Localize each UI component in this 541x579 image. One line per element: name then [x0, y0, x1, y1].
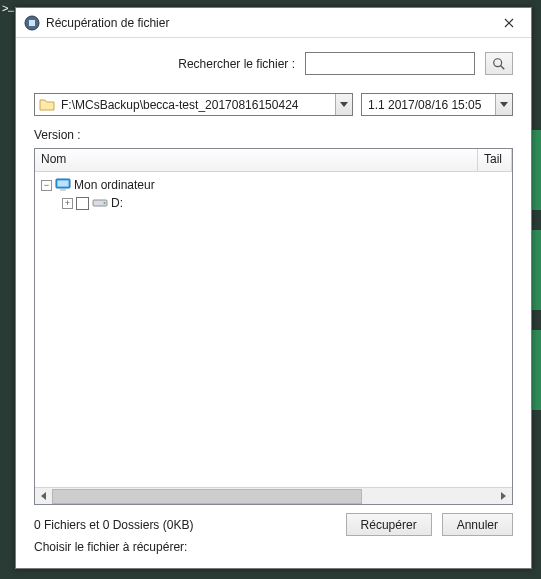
column-name[interactable]: Nom	[35, 149, 478, 171]
search-label: Rechercher le fichier :	[178, 57, 295, 71]
hint-text: Choisir le fichier à récupérer:	[34, 540, 513, 554]
chevron-down-icon	[340, 102, 348, 107]
recover-button[interactable]: Récupérer	[346, 513, 432, 536]
titlebar[interactable]: Récupération de fichier	[16, 8, 531, 38]
column-size[interactable]: Tail	[478, 149, 512, 171]
bg-panel	[531, 130, 541, 210]
computer-icon	[55, 177, 71, 193]
search-icon	[492, 57, 506, 71]
backup-path-text: F:\MCsBackup\becca-test_20170816150424	[59, 98, 335, 112]
chevron-left-icon	[41, 492, 46, 500]
scroll-right-button[interactable]	[495, 488, 512, 504]
tree-toggle[interactable]: −	[41, 180, 52, 191]
svg-rect-3	[58, 181, 69, 187]
file-list: Nom Tail − Mon ordinateur	[34, 148, 513, 505]
chevron-right-icon	[501, 492, 506, 500]
scroll-thumb[interactable]	[52, 489, 362, 504]
cancel-button[interactable]: Annuler	[442, 513, 513, 536]
app-icon	[24, 15, 40, 31]
bg-panel	[531, 230, 541, 310]
version-combo[interactable]: 1.1 2017/08/16 15:05	[361, 93, 513, 116]
drive-icon	[92, 195, 108, 211]
scroll-left-button[interactable]	[35, 488, 52, 504]
tree-toggle[interactable]: +	[62, 198, 73, 209]
svg-point-1	[494, 58, 502, 66]
backup-path-combo[interactable]: F:\MCsBackup\becca-test_20170816150424	[34, 93, 353, 116]
chevron-down-icon	[500, 102, 508, 107]
tree-label: Mon ordinateur	[74, 178, 155, 192]
list-header: Nom Tail	[35, 149, 512, 172]
bg-text: >...	[2, 2, 14, 14]
search-button[interactable]	[485, 52, 513, 75]
tree-row-root[interactable]: − Mon ordinateur	[35, 176, 512, 194]
version-label: Version :	[34, 128, 513, 142]
list-body: − Mon ordinateur +	[35, 172, 512, 487]
scroll-track[interactable]	[52, 488, 495, 504]
close-button[interactable]	[486, 8, 531, 37]
bg-panel	[531, 330, 541, 410]
tree-label: D:	[111, 196, 123, 210]
combo-arrow[interactable]	[495, 94, 512, 115]
status-text: 0 Fichiers et 0 Dossiers (0KB)	[34, 518, 336, 532]
horizontal-scrollbar[interactable]	[35, 487, 512, 504]
close-icon	[504, 18, 514, 28]
combo-arrow[interactable]	[335, 94, 352, 115]
dialog-window: Récupération de fichier Rechercher le fi…	[15, 7, 532, 569]
version-text: 1.1 2017/08/16 15:05	[362, 98, 495, 112]
window-title: Récupération de fichier	[46, 16, 486, 30]
tree-row-drive[interactable]: + D:	[35, 194, 512, 212]
tree-checkbox[interactable]	[76, 197, 89, 210]
folder-icon	[39, 97, 55, 113]
svg-rect-4	[60, 189, 66, 191]
svg-point-6	[104, 202, 106, 204]
search-input[interactable]	[305, 52, 475, 75]
